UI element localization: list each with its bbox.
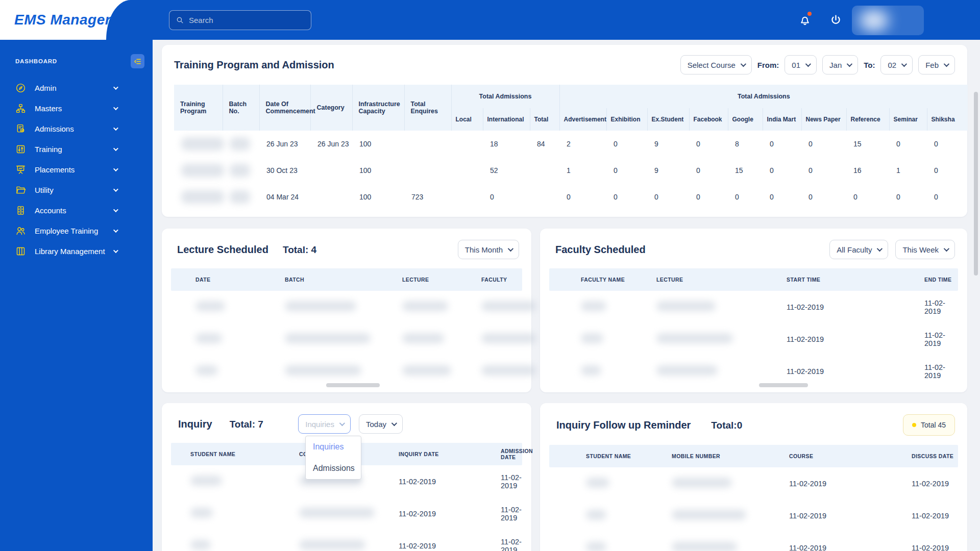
sidebar-item-label: Placements (35, 165, 75, 174)
faculty-table-header: FACULTY NAME LECTURE START TIME END TIME (549, 268, 958, 291)
blurred-text (230, 190, 250, 204)
sidebar-item-placements[interactable]: Placements (0, 159, 153, 180)
top-bar: EMS Manager (0, 0, 980, 40)
chevron-down-icon (944, 61, 949, 67)
blurred-text (190, 508, 213, 518)
horizontal-scrollbar[interactable] (326, 383, 380, 387)
table-row: 11-02-2019 11-02-2019 (549, 532, 958, 551)
user-avatar[interactable] (852, 6, 924, 35)
col-mobile-number: MOBILE NUMBER (672, 453, 789, 459)
table-row: 04 Mar 24100723 0 0000000000 (174, 184, 968, 210)
chevron-down-icon (847, 61, 852, 67)
faculty-period-dropdown[interactable]: This Week (895, 240, 955, 259)
search-box[interactable] (169, 10, 311, 30)
sidebar-item-masters[interactable]: Masters (0, 98, 153, 118)
sidebar-item-label: Library Management (35, 247, 105, 256)
sidebar-item-utility[interactable]: Utility (0, 180, 153, 200)
inquiry-type-value: Inquiries (305, 420, 334, 429)
to-day-dropdown[interactable]: 02 (880, 55, 913, 74)
blurred-text (299, 540, 365, 550)
faculty-scheduled-card: Faculty Scheduled All Faculty This Week … (540, 229, 967, 392)
from-day-dropdown[interactable]: 01 (785, 55, 817, 74)
app-logo: EMS Manager (14, 0, 111, 40)
col-batch: BATCH (285, 277, 402, 283)
menu-option-inquiries[interactable]: Inquiries (306, 436, 361, 458)
to-day-value: 02 (888, 61, 896, 69)
sidebar-item-admissions[interactable]: Admissions (0, 118, 153, 139)
blurred-text (656, 301, 716, 311)
blurred-text (672, 510, 746, 520)
blurred-text (656, 365, 718, 375)
to-month-dropdown[interactable]: Feb (918, 55, 955, 74)
sidebar-item-training[interactable]: Training (0, 139, 153, 159)
col-training-program: Training Program (174, 85, 223, 131)
col-international: International (483, 108, 530, 131)
from-label: From: (757, 61, 779, 69)
col-inquiry-date: INQUIRY DATE (399, 451, 501, 457)
page-vertical-scrollbar[interactable] (974, 92, 978, 276)
blurred-text (581, 365, 601, 375)
select-course-value: Select Course (688, 61, 736, 69)
faculty-filter-dropdown[interactable]: All Faculty (829, 240, 888, 259)
sidebar-item-employee-training[interactable]: Employee Training (0, 220, 153, 241)
select-course-dropdown[interactable]: Select Course (680, 55, 752, 74)
col-faculty-name: FACULTY NAME (581, 277, 656, 283)
table-row: 11-02-2019 11-02-2019 (171, 530, 522, 551)
blurred-text (581, 333, 603, 343)
blurred-text (230, 137, 250, 151)
faculty-card-title: Faculty Scheduled (555, 244, 646, 256)
sidebar-item-label: Utility (35, 186, 54, 194)
sliders-icon (15, 144, 26, 155)
table-row: 11-02-2019 11-02-2019 (549, 291, 958, 323)
inquiry-period-dropdown[interactable]: Today (359, 414, 403, 434)
sidebar-section-label: DASHBOARD (15, 58, 57, 64)
blurred-text (285, 301, 356, 311)
reminder-total: Total:0 (711, 420, 742, 431)
col-group-total-admissions-sources: Total Admissions (559, 85, 968, 108)
inquiry-period-value: Today (366, 420, 386, 429)
from-day-value: 01 (792, 61, 800, 69)
horizontal-scrollbar[interactable] (759, 383, 808, 387)
menu-option-admissions[interactable]: Admissions (306, 458, 361, 479)
faculty-filter-value: All Faculty (837, 245, 872, 254)
sidebar-item-library-management[interactable]: Library Management (0, 241, 153, 261)
col-exhibition: Exhibition (606, 108, 647, 131)
col-infrastructure-capacity: Infrastructure Capacity (352, 85, 404, 131)
chevron-down-icon (805, 61, 811, 67)
search-icon (176, 16, 184, 24)
sidebar-item-admin[interactable]: Admin (0, 78, 153, 98)
sidebar-item-accounts[interactable]: Accounts (0, 200, 153, 220)
chevron-down-icon (508, 246, 513, 252)
sidebar-collapse-button[interactable] (131, 54, 144, 68)
table-row: 11-02-2019 11-02-2019 (549, 355, 958, 387)
blurred-text (402, 333, 444, 343)
blurred-text (195, 365, 218, 375)
compass-icon (15, 83, 26, 93)
table-row (171, 291, 522, 323)
inquiry-type-dropdown[interactable]: Inquiries (298, 414, 351, 434)
collapse-menu-icon (133, 57, 142, 66)
blurred-text (402, 365, 451, 375)
col-reference: Reference (846, 108, 889, 131)
col-student-name: STUDENT NAME (586, 453, 672, 459)
col-local: Local (451, 108, 483, 131)
search-input[interactable] (189, 16, 305, 24)
training-table: Training Program Batch No. Date Of Comme… (174, 85, 968, 210)
blurred-text (230, 164, 250, 177)
notifications-button[interactable] (797, 12, 813, 28)
sidebar-nav: Admin Masters Admissions Training Placem… (0, 78, 153, 261)
blurred-text (672, 478, 732, 488)
sidebar: DASHBOARD Admin Masters Admissions Train… (0, 40, 153, 551)
blurred-text (181, 137, 224, 151)
col-discuss-date: DISCUSS DATE (912, 453, 958, 459)
logout-power-button[interactable] (828, 12, 843, 28)
col-date: DATE (195, 277, 285, 283)
chevron-down-icon (901, 61, 907, 67)
bookshelf-icon (15, 246, 26, 257)
notification-badge-dot (807, 12, 812, 16)
from-month-dropdown[interactable]: Jan (822, 55, 858, 74)
blurred-text (181, 164, 224, 177)
col-advertisement: Advertisement (559, 108, 606, 131)
lecture-period-dropdown[interactable]: This Month (458, 240, 519, 259)
col-end-time: END TIME (924, 277, 958, 283)
